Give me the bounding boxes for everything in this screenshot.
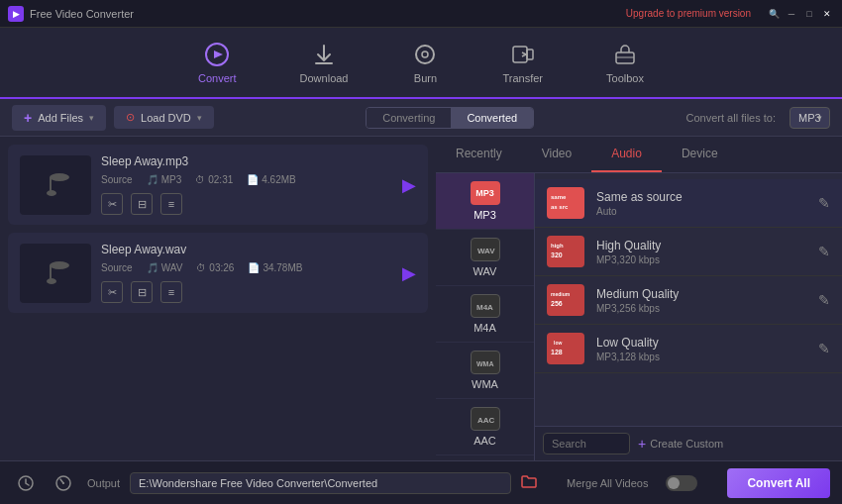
file-info-1: Sleep Away.mp3 Source 🎵 MP3 ⏱ 02:31 📄: [101, 154, 392, 215]
quality-edit-source[interactable]: ✎: [818, 195, 830, 211]
file-size-2: 📄 34.78MB: [248, 262, 302, 273]
file-size-text-1: 4.62MB: [262, 174, 295, 185]
mp3-icon: MP3: [471, 181, 500, 205]
quality-edit-medium[interactable]: ✎: [818, 292, 830, 308]
nav-item-download[interactable]: Download: [288, 33, 361, 92]
disc-icon: ⊙: [126, 111, 135, 124]
history-button[interactable]: [12, 469, 40, 497]
toolbar: + Add Files ▾ ⊙ Load DVD ▾ Converting Co…: [0, 99, 842, 137]
svg-text:AAC: AAC: [477, 416, 495, 425]
nav-item-convert[interactable]: Convert: [186, 33, 249, 92]
title-bar-right: Upgrade to premium version 🔍 ─ □ ✕: [626, 7, 834, 21]
format-item-m4a[interactable]: M4A M4A: [436, 286, 534, 343]
output-label: Output: [87, 477, 120, 489]
format-item-aac[interactable]: AAC AAC: [436, 399, 534, 455]
quality-edit-low[interactable]: ✎: [818, 341, 830, 356]
nav-item-toolbox[interactable]: Toolbox: [594, 33, 656, 92]
load-dvd-dropdown-arrow: ▾: [197, 113, 202, 123]
burn-icon: [411, 41, 439, 68]
file-icon-1: 📄: [247, 174, 259, 185]
format-item-wma[interactable]: WMA WMA: [436, 343, 534, 399]
svg-text:medium: medium: [551, 291, 571, 297]
tab-recently[interactable]: Recently: [436, 137, 522, 172]
add-files-button[interactable]: + Add Files ▾: [12, 105, 106, 131]
svg-text:128: 128: [551, 349, 563, 355]
format-search-input[interactable]: [543, 433, 630, 454]
file-meta-2: Source 🎵 WAV ⏱ 03:26 📄 34.78MB: [101, 262, 392, 273]
converted-tab[interactable]: Converted: [451, 108, 533, 128]
file-list: Sleep Away.mp3 Source 🎵 MP3 ⏱ 02:31 📄: [0, 137, 436, 460]
file-source-label-1: Source: [101, 174, 133, 185]
nav-item-transfer[interactable]: Transfer: [490, 33, 555, 92]
convert-all-files-label: Convert all files to:: [686, 112, 776, 124]
file-item-2: Sleep Away.wav Source 🎵 WAV ⏱ 03:26 📄: [8, 233, 428, 313]
mp3-label: MP3: [474, 209, 496, 221]
file-size-1: 📄 4.62MB: [247, 174, 295, 185]
quality-thumb-low: low128: [547, 333, 584, 364]
wav-icon: WAV: [471, 238, 500, 261]
main-content: Sleep Away.mp3 Source 🎵 MP3 ⏱ 02:31 📄: [0, 137, 842, 460]
svg-rect-5: [527, 50, 533, 59]
merge-all-label: Merge All Videos: [567, 477, 648, 489]
file-arrow-1: ▶: [402, 174, 416, 196]
quality-item-source[interactable]: sameas src Same as source Auto ✎: [535, 179, 842, 228]
search-btn[interactable]: 🔍: [767, 7, 781, 21]
settings-btn-1[interactable]: ≡: [160, 193, 182, 215]
upgrade-link[interactable]: Upgrade to premium version: [626, 8, 751, 19]
convert-all-button[interactable]: Convert All: [727, 468, 830, 498]
edit-btn-1[interactable]: ⊟: [131, 193, 153, 215]
file-meta-1: Source 🎵 MP3 ⏱ 02:31 📄 4.62MB: [101, 174, 392, 185]
svg-text:high: high: [551, 243, 564, 249]
format-item-mp3[interactable]: MP3 MP3: [436, 173, 534, 230]
nav-label-burn: Burn: [414, 72, 437, 84]
quality-thumb-high: high320: [547, 236, 584, 267]
format-item-flac[interactable]: FLAC FLAC: [436, 455, 534, 460]
wma-icon: WMA: [471, 351, 500, 374]
aac-label: AAC: [474, 435, 496, 447]
format-icon-2: 🎵: [147, 262, 158, 273]
file-actions-1: ✂ ⊟ ≡: [101, 193, 392, 215]
quality-thumb-source: sameas src: [547, 187, 584, 219]
svg-point-3: [422, 51, 428, 57]
quality-item-low[interactable]: low128 Low Quality MP3,128 kbps ✎: [535, 325, 842, 373]
file-source-text-1: Source: [101, 174, 133, 185]
file-actions-2: ✂ ⊟ ≡: [101, 281, 392, 303]
m4a-label: M4A: [474, 322, 496, 334]
converting-tab[interactable]: Converting: [367, 108, 451, 128]
merge-toggle[interactable]: [666, 475, 697, 491]
nav-item-burn[interactable]: Burn: [399, 33, 451, 92]
file-source-label-2: Source: [101, 262, 133, 273]
settings-btn-2[interactable]: ≡: [160, 281, 182, 303]
nav-label-toolbox: Toolbox: [606, 72, 644, 84]
tab-video[interactable]: Video: [522, 137, 591, 172]
nav-bar: Convert Download Burn Transfer: [0, 28, 842, 99]
close-btn[interactable]: ✕: [820, 7, 834, 21]
load-dvd-button[interactable]: ⊙ Load DVD ▾: [114, 106, 214, 129]
speed-button[interactable]: [50, 469, 77, 497]
convert-tab-group: Converting Converted: [366, 107, 534, 129]
cut-btn-2[interactable]: ✂: [101, 281, 123, 303]
tab-audio[interactable]: Audio: [591, 137, 662, 172]
quality-detail-medium: MP3,256 kbps: [596, 303, 806, 314]
create-custom-label: Create Custom: [650, 438, 723, 450]
quality-item-high[interactable]: high320 High Quality MP3,320 kbps ✎: [535, 228, 842, 276]
quality-info-source: Same as source Auto: [596, 190, 806, 217]
clock-icon-1: ⏱: [195, 174, 205, 185]
create-custom-button[interactable]: + Create Custom: [638, 436, 723, 452]
minimize-btn[interactable]: ─: [785, 7, 798, 21]
restore-btn[interactable]: □: [802, 7, 816, 21]
quality-detail-high: MP3,320 kbps: [596, 254, 806, 265]
format-item-wav[interactable]: WAV WAV: [436, 230, 534, 286]
edit-btn-2[interactable]: ⊟: [131, 281, 153, 303]
tab-device[interactable]: Device: [662, 137, 738, 172]
output-folder-button[interactable]: [521, 474, 537, 491]
output-path-input[interactable]: [130, 472, 511, 494]
svg-point-12: [47, 278, 56, 284]
file-duration-2: ⏱ 03:26: [196, 262, 234, 273]
format-search-bar: + Create Custom: [535, 426, 842, 460]
quality-item-medium[interactable]: medium256 Medium Quality MP3,256 kbps ✎: [535, 276, 842, 325]
aac-icon: AAC: [471, 407, 500, 431]
convert-format-select[interactable]: MP3: [789, 107, 830, 129]
cut-btn-1[interactable]: ✂: [101, 193, 123, 215]
quality-edit-high[interactable]: ✎: [818, 244, 830, 259]
